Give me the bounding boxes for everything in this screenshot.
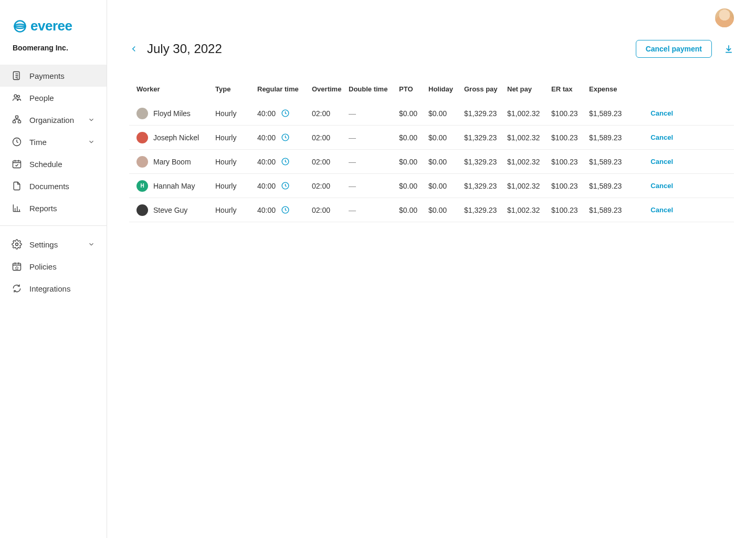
cancel-row-button[interactable]: Cancel	[636, 158, 673, 165]
regular-value: 40:00	[257, 182, 276, 190]
sidebar-item-payments[interactable]: $ Payments	[0, 65, 107, 87]
nav-main: $ Payments People Organization Time Sche…	[0, 61, 107, 222]
cell-er: $100.23	[551, 206, 589, 214]
table-row[interactable]: Floyd MilesHourly40:0002:00—$0.00$0.00$1…	[129, 101, 734, 126]
nav-secondary: Settings Policies Integrations	[0, 225, 107, 303]
cell-net: $1,002.32	[507, 109, 551, 118]
time-icon	[12, 137, 22, 147]
cancel-row-button[interactable]: Cancel	[636, 133, 673, 141]
svg-rect-11	[13, 161, 21, 168]
chevron-down-icon	[88, 241, 95, 248]
chevron-down-icon	[88, 138, 95, 146]
col-holiday: Holiday	[428, 85, 464, 93]
logo-icon	[13, 19, 27, 34]
cell-expense: $1,589.23	[589, 206, 636, 214]
cell-er: $100.23	[551, 109, 589, 118]
cell-pto: $0.00	[399, 158, 428, 166]
sidebar-item-policies[interactable]: Policies	[0, 255, 107, 277]
back-button[interactable]	[129, 44, 147, 54]
table-row[interactable]: Joseph NickelHourly40:0002:00—$0.00$0.00…	[129, 126, 734, 150]
cell-double: —	[349, 182, 399, 190]
cell-overtime: 02:00	[312, 206, 349, 214]
regular-value: 40:00	[257, 109, 276, 118]
sidebar-item-settings[interactable]: Settings	[0, 233, 107, 255]
table-row[interactable]: Steve GuyHourly40:0002:00—$0.00$0.00$1,3…	[129, 198, 734, 222]
sidebar-item-people[interactable]: People	[0, 87, 107, 109]
clock-icon[interactable]	[281, 109, 290, 118]
cell-er: $100.23	[551, 158, 589, 166]
worker-avatar	[136, 204, 148, 216]
svg-point-5	[14, 95, 17, 97]
sidebar-item-label: Integrations	[29, 284, 70, 293]
table-row[interactable]: HHannah MayHourly40:0002:00—$0.00$0.00$1…	[129, 174, 734, 198]
user-avatar[interactable]	[715, 8, 734, 27]
cell-overtime: 02:00	[312, 133, 349, 142]
cell-overtime: 02:00	[312, 182, 349, 190]
cell-type: Hourly	[215, 206, 257, 214]
cell-regular: 40:00	[257, 157, 312, 166]
cancel-row-button[interactable]: Cancel	[636, 206, 673, 214]
sidebar-item-label: Time	[29, 138, 47, 147]
cell-overtime: 02:00	[312, 158, 349, 166]
page-title: July 30, 2022	[147, 42, 222, 56]
sidebar-item-label: Settings	[29, 240, 58, 249]
table-row[interactable]: Mary BoomHourly40:0002:00—$0.00$0.00$1,3…	[129, 150, 734, 174]
cancel-payment-button[interactable]: Cancel payment	[636, 40, 712, 58]
cell-expense: $1,589.23	[589, 158, 636, 166]
sidebar-item-time[interactable]: Time	[0, 131, 107, 153]
sidebar: everee Boomerang Inc. $ Payments People …	[0, 0, 107, 538]
cell-expense: $1,589.23	[589, 109, 636, 118]
sidebar-item-schedule[interactable]: Schedule	[0, 153, 107, 175]
cell-pto: $0.00	[399, 133, 428, 142]
cell-regular: 40:00	[257, 205, 312, 214]
download-button[interactable]	[723, 44, 734, 54]
cell-type: Hourly	[215, 133, 257, 142]
svg-point-12	[16, 243, 18, 246]
sidebar-item-integrations[interactable]: Integrations	[0, 277, 107, 299]
cell-type: Hourly	[215, 109, 257, 118]
sidebar-item-reports[interactable]: Reports	[0, 197, 107, 219]
sidebar-item-organization[interactable]: Organization	[0, 109, 107, 131]
cancel-row-button[interactable]: Cancel	[636, 109, 673, 117]
cell-net: $1,002.32	[507, 158, 551, 166]
col-er: ER tax	[551, 85, 589, 93]
people-icon	[12, 92, 22, 103]
table-header-row: Worker Type Regular time Overtime Double…	[129, 85, 734, 101]
cell-type: Hourly	[215, 182, 257, 190]
sidebar-item-label: Organization	[29, 116, 74, 125]
sidebar-item-label: Schedule	[29, 160, 62, 169]
worker-name: Joseph Nickel	[153, 133, 199, 142]
col-net: Net pay	[507, 85, 551, 93]
sidebar-item-label: Reports	[29, 204, 57, 213]
col-worker: Worker	[136, 85, 215, 93]
clock-icon[interactable]	[281, 181, 290, 190]
sidebar-item-label: People	[29, 94, 54, 102]
regular-value: 40:00	[257, 206, 276, 214]
col-overtime: Overtime	[312, 85, 349, 93]
clock-icon[interactable]	[281, 157, 290, 166]
cell-gross: $1,329.23	[464, 133, 507, 142]
svg-rect-9	[18, 121, 21, 123]
cell-gross: $1,329.23	[464, 158, 507, 166]
svg-rect-8	[13, 121, 16, 123]
cell-net: $1,002.32	[507, 133, 551, 142]
cell-holiday: $0.00	[428, 206, 464, 214]
org-name: Boomerang Inc.	[0, 44, 107, 61]
clock-icon[interactable]	[281, 205, 290, 214]
col-pto: PTO	[399, 85, 428, 93]
cancel-row-button[interactable]: Cancel	[636, 182, 673, 190]
chevron-down-icon	[88, 116, 95, 123]
cell-regular: 40:00	[257, 109, 312, 118]
org-icon	[12, 115, 22, 125]
cell-expense: $1,589.23	[589, 182, 636, 190]
sidebar-item-documents[interactable]: Documents	[0, 175, 107, 197]
cell-holiday: $0.00	[428, 158, 464, 166]
payments-icon: $	[12, 70, 22, 81]
worker-avatar	[136, 132, 148, 143]
cell-gross: $1,329.23	[464, 206, 507, 214]
cell-overtime: 02:00	[312, 109, 349, 118]
clock-icon[interactable]	[281, 133, 290, 142]
documents-icon	[12, 181, 22, 191]
col-double: Double time	[349, 85, 399, 93]
cell-regular: 40:00	[257, 133, 312, 142]
